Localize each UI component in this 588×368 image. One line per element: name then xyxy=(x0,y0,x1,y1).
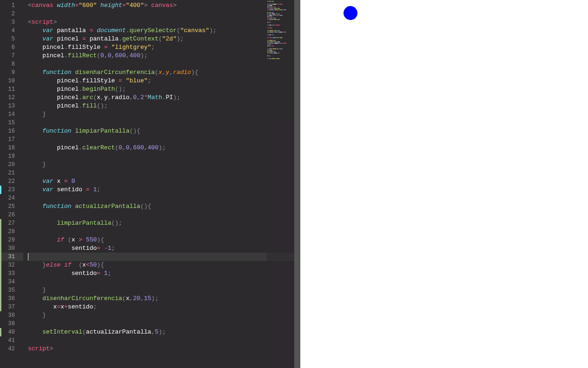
line-number: 36 xyxy=(0,294,23,303)
code-editor-content[interactable]: <canvas width="600" height="400"> canvas… xyxy=(23,0,300,368)
line-number: 7 xyxy=(0,52,23,60)
code-line[interactable]: var pincel = pantalla.getContext("2d"); xyxy=(28,35,300,43)
code-line[interactable]: pincel.fillStyle = "lightgrey"; xyxy=(28,43,300,52)
line-number: 31 xyxy=(0,253,23,261)
line-number-gutter[interactable]: 1234567891011121314151617181920212223242… xyxy=(0,0,23,368)
code-line[interactable]: function actualizarPantalla(){ xyxy=(28,202,300,211)
code-line[interactable] xyxy=(28,135,300,144)
code-line[interactable]: var x = 0 xyxy=(28,177,300,186)
code-line[interactable] xyxy=(28,211,300,219)
code-line[interactable]: x=x+sentido; xyxy=(28,303,300,311)
code-line[interactable] xyxy=(28,169,300,177)
line-number: 11 xyxy=(0,85,23,94)
line-number: 39 xyxy=(0,320,23,328)
line-number: 15 xyxy=(0,119,23,127)
line-number: 40 xyxy=(0,328,23,336)
line-number: 5 xyxy=(0,35,23,43)
canvas-output xyxy=(304,4,583,190)
line-number: 19 xyxy=(0,152,23,161)
code-line[interactable]: <script> xyxy=(28,18,300,27)
code-line[interactable]: pincel.arc(x,y,radio,0,2*Math.PI); xyxy=(28,94,300,102)
code-line[interactable]: } xyxy=(28,286,300,294)
line-number: 1 xyxy=(0,1,23,10)
rendered-circle xyxy=(344,6,357,20)
code-line[interactable]: if (x > 550){ xyxy=(28,236,300,244)
line-number: 27 xyxy=(0,219,23,227)
code-line[interactable]: disenharCircunferencia(x,20,15); xyxy=(28,294,300,303)
line-number: 9 xyxy=(0,68,23,77)
code-line[interactable]: pincel.fill(); xyxy=(28,102,300,110)
code-line[interactable]: pincel.fillRect(0,0,600,400); xyxy=(28,52,300,60)
line-number: 25 xyxy=(0,202,23,211)
vertical-scrollbar[interactable] xyxy=(294,0,300,368)
line-number: 4 xyxy=(0,27,23,35)
line-number: 8 xyxy=(0,60,23,68)
code-line[interactable] xyxy=(28,10,300,18)
code-line[interactable]: script> xyxy=(28,345,300,353)
line-number: 42 xyxy=(0,345,23,353)
line-number: 10 xyxy=(0,77,23,85)
code-line[interactable] xyxy=(28,194,300,202)
code-line[interactable]: <canvas width="600" height="400"> canvas… xyxy=(28,1,300,10)
line-number: 12 xyxy=(0,94,23,102)
line-number: 16 xyxy=(0,127,23,135)
line-number: 6 xyxy=(0,43,23,52)
code-line[interactable]: function disenharCircunferencia(x,y,radi… xyxy=(28,68,300,77)
code-line[interactable]: sentido= -1; xyxy=(28,244,300,253)
line-number: 18 xyxy=(0,144,23,152)
line-number: 30 xyxy=(0,244,23,253)
line-number: 14 xyxy=(0,110,23,119)
code-line[interactable]: pincel.beginPath(); xyxy=(28,85,300,94)
line-number: 33 xyxy=(0,269,23,278)
code-line[interactable]: limpiarPantalla(); xyxy=(28,219,300,227)
line-number: 3 xyxy=(0,18,23,27)
code-line[interactable] xyxy=(28,336,300,345)
line-number: 23 xyxy=(0,186,23,194)
line-number: 20 xyxy=(0,161,23,169)
line-number: 32 xyxy=(0,261,23,269)
code-line[interactable]: pincel.fillStyle = "blue"; xyxy=(28,77,300,85)
line-number: 41 xyxy=(0,336,23,345)
line-number: 22 xyxy=(0,177,23,186)
line-number: 24 xyxy=(0,194,23,202)
code-line[interactable] xyxy=(28,60,300,68)
preview-pane xyxy=(300,0,588,368)
code-line[interactable]: var sentido = 1; xyxy=(28,186,300,194)
code-line[interactable]: function limpiarPantalla(){ xyxy=(28,127,300,135)
code-line[interactable]: var pantalla = document.querySelector("c… xyxy=(28,27,300,35)
code-line[interactable]: }else if (x<50){ xyxy=(28,261,300,269)
line-number: 38 xyxy=(0,311,23,320)
code-editor-pane: 1234567891011121314151617181920212223242… xyxy=(0,0,300,368)
line-number: 21 xyxy=(0,169,23,177)
code-line[interactable] xyxy=(28,152,300,161)
line-number: 35 xyxy=(0,286,23,294)
code-line[interactable]: sentido= 1; xyxy=(28,269,300,278)
line-number: 29 xyxy=(0,236,23,244)
code-line[interactable] xyxy=(28,227,300,236)
line-number: 13 xyxy=(0,102,23,110)
code-line[interactable] xyxy=(28,278,300,286)
code-line[interactable]: } xyxy=(28,311,300,320)
line-number: 17 xyxy=(0,135,23,144)
line-number: 37 xyxy=(0,303,23,311)
code-line[interactable]: pincel.clearRect(0,0,600,400); xyxy=(28,144,300,152)
code-line[interactable] xyxy=(28,119,300,127)
line-number: 2 xyxy=(0,10,23,18)
line-number: 28 xyxy=(0,227,23,236)
minimap[interactable] xyxy=(266,0,294,368)
scrollbar-thumb[interactable] xyxy=(294,0,300,368)
line-number: 34 xyxy=(0,278,23,286)
code-line[interactable]: setInterval(actualizarPantalla,5); xyxy=(28,328,300,336)
code-line[interactable]: } xyxy=(28,161,300,169)
code-line[interactable]: } xyxy=(28,110,300,119)
code-line[interactable] xyxy=(28,253,300,261)
line-number: 26 xyxy=(0,211,23,219)
code-line[interactable] xyxy=(28,320,300,328)
